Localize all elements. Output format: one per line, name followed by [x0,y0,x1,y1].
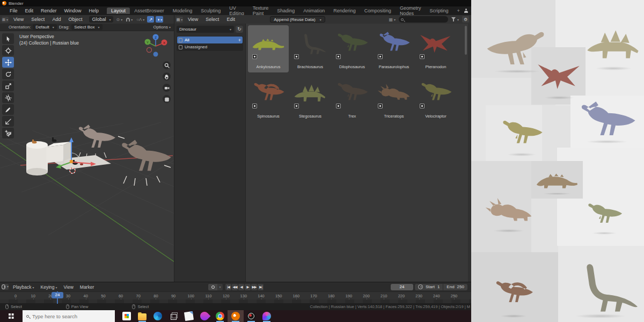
menu-render[interactable]: Render [37,8,61,13]
snap-toggle[interactable]: ▾ [125,16,134,23]
gizmo-toggle[interactable]: ↗ [147,16,154,23]
viewport-menu-select[interactable]: Select [27,17,48,22]
gear-icon[interactable]: ⚙ [462,16,469,23]
timeline-editor-type-icon[interactable]: ▾ [2,284,9,290]
asset-menu-view[interactable]: View [184,17,202,22]
taskbar-obs-studio-icon[interactable] [247,312,255,320]
cursor-tool[interactable] [2,45,14,56]
camera-view-icon[interactable] [163,84,171,92]
workspace-tab-rendering[interactable]: Rendering [329,8,360,14]
viewport-menu-view[interactable]: View [10,17,27,22]
workspace-tab-[interactable]: + [452,8,464,14]
pan-hand-icon[interactable] [163,72,171,80]
asset-menu-select[interactable]: Select [202,17,223,22]
asset-library-dropdown[interactable]: Dinosaur▾ [177,26,234,33]
timeline-menu-playback[interactable]: Playback▾ [10,284,38,290]
menu-window[interactable]: Window [61,8,85,13]
move-tool[interactable] [2,57,14,68]
transform-tool[interactable] [2,92,14,103]
workspace-tab-sculpting[interactable]: Sculpting [196,8,225,14]
asset-search-input[interactable] [399,16,448,23]
taskbar-onenote-icon[interactable] [185,312,193,320]
viewport-editor-type-icon[interactable]: ⊞▾ [2,17,9,23]
next-keyframe-button[interactable]: ▶▶ [251,284,257,290]
start-button[interactable] [0,310,23,322]
asset-grid-scrollbar[interactable] [465,26,467,55]
keying-set-dropdown[interactable]: ▾ [217,284,223,290]
viewport-menu-object[interactable]: Object [64,17,86,22]
timeline-menu-marker[interactable]: Marker [77,284,97,290]
taskbar-3d-viewer-icon[interactable] [169,312,178,320]
taskbar-paint-3d-drop-icon[interactable] [200,312,209,320]
asset-pteranodon[interactable]: Pteranodon [415,25,456,72]
taskbar-paint-3d-icon[interactable] [262,312,271,320]
timeline-menu-keying[interactable]: Keying▾ [38,284,61,290]
menu-edit[interactable]: Edit [21,8,38,13]
viewport-menu-add[interactable]: Add [48,17,64,22]
timeline-ruler[interactable]: 0102030405060708090100110120130140150160… [0,291,471,299]
jump-to-end-button[interactable]: ▶| [258,284,264,290]
options-dropdown[interactable]: Options▾ [153,25,171,30]
workspace-tab-layout[interactable]: Layout [107,8,130,14]
workspace-tab-modeling[interactable]: Modeling [169,8,197,14]
prev-keyframe-button[interactable]: ◀◀ [232,284,238,290]
zoom-icon[interactable] [163,61,171,69]
current-frame-badge[interactable]: 24 [52,292,63,298]
tweak-select-tool[interactable] [2,33,14,44]
workspace-tab-shading[interactable]: Shading [273,8,299,14]
start-frame-field[interactable]: Start1 [415,284,443,290]
end-frame-field[interactable]: End250 [443,284,467,290]
asset-trex[interactable]: Trex [332,75,372,122]
transform-orientation-dropdown[interactable]: Global▾ [89,16,113,23]
drag-dropdown[interactable]: Select Box▾ [71,24,102,30]
taskbar-search[interactable] [23,310,115,322]
play-reverse-button[interactable]: ◀ [238,284,244,290]
add-cube-tool[interactable] [2,128,14,138]
catalog-unassigned[interactable]: Unassigned [177,43,243,50]
filter-dropdown[interactable]: ▾ [450,16,460,23]
workspace-tab-scripting[interactable]: Scripting [425,8,452,14]
asset-triceratops[interactable]: Triceratops [374,75,414,122]
orientation-dropdown[interactable]: Default▾ [33,24,56,30]
play-button[interactable]: ▶ [245,284,251,290]
refresh-library-button[interactable]: ↻ [236,26,243,33]
asset-spinosaurus[interactable]: Spinosaurus [248,75,289,122]
workspace-tab-assetbroswer[interactable]: AssetBroswer [130,8,169,14]
toggle-ortho-icon[interactable] [163,95,171,103]
menu-help[interactable]: Help [85,8,103,13]
taskbar-blender-icon[interactable] [231,312,240,320]
asset-dilophosaurus[interactable]: Dilophosaurus [332,25,372,72]
workspace-tab-animation[interactable]: Animation [299,8,329,14]
rotate-tool[interactable] [2,69,14,79]
asset-velociraptor[interactable]: Velociraptor [415,75,456,122]
catalog-all[interactable]: All+ [177,36,243,43]
scale-tool[interactable] [2,80,14,91]
add-catalog-icon[interactable]: + [238,38,241,43]
search-input[interactable] [32,313,102,319]
taskbar-chrome-icon[interactable] [216,312,224,320]
measure-tool[interactable] [2,116,14,127]
taskbar-file-explorer-icon[interactable] [138,312,147,320]
asset-parasaurolophus[interactable]: Parasaurolophus [374,25,414,72]
asset-stegosaurus[interactable]: Stegosaurus [290,75,331,122]
asset-ankylosaurus[interactable]: Ankylosaurus [248,25,289,72]
asset-brachiosaurus[interactable]: Brachiosaurus [290,25,331,72]
display-size-dropdown[interactable]: ▦▾ [387,16,397,23]
workspace-tab-compositing[interactable]: Compositing [360,8,396,14]
jump-to-start-button[interactable]: |◀ [225,284,231,290]
shading-mode-button[interactable]: ◑▾ [156,16,163,23]
timeline-menu-view[interactable]: View [61,284,77,290]
menu-file[interactable]: File [6,8,21,13]
auto-keying-record-button[interactable] [208,284,217,290]
asset-menu-edit[interactable]: Edit [223,17,239,22]
proportional-edit-toggle[interactable]: ○Λ▾ [135,16,145,23]
current-frame-field[interactable]: 24 [391,284,413,290]
navigation-gizmo[interactable]: Z Y X [144,32,167,58]
taskbar-store-icon[interactable] [122,312,131,320]
pivot-point-dropdown[interactable]: ⊙▾ [115,16,123,23]
taskbar-edge-icon[interactable] [153,312,162,320]
asset-browser-editor-type-icon[interactable]: ▤▾ [176,17,183,23]
viewport-canvas[interactable]: User Perspective (24) Collection | Russi… [0,31,174,282]
annotate-tool[interactable] [2,104,14,115]
import-method-dropdown[interactable]: Append (Reuse Data)▾ [270,16,325,23]
